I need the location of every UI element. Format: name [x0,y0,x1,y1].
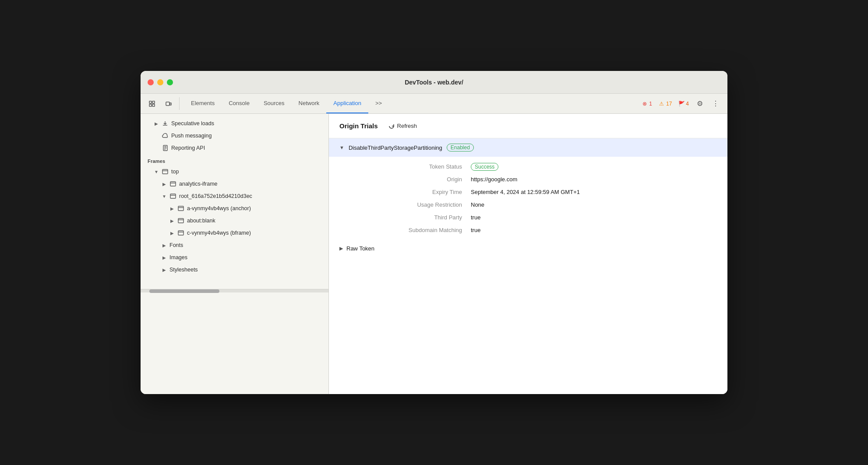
trial-name: DisableThirdPartyStoragePartitioning [349,144,442,151]
origin-row: Origin https://google.com [329,173,727,186]
usage-restriction-label: Usage Restriction [339,201,471,208]
raw-token-expand-icon: ▶ [339,246,343,251]
sidebar-item-blank[interactable]: ▶ about:blank [141,215,328,227]
device-toolbar-button[interactable] [161,94,176,113]
sidebar-item-label: Stylesheets [169,267,198,273]
origin-label: Origin [339,176,471,183]
frame-icon [177,229,184,236]
refresh-icon [388,123,395,129]
expiry-value: September 4, 2024 at 12:59:59 AM GMT+1 [471,189,580,195]
token-status-label: Token Status [339,163,471,170]
more-button[interactable]: ⋮ [709,97,722,110]
tab-more[interactable]: >> [368,94,389,113]
token-success-badge: Success [471,163,498,171]
sidebar-item-label: root_616a752e1b5d4210d3ec [179,193,252,199]
expand-arrow-icon: ▶ [169,230,175,236]
warning-icon: ⚠ [658,100,665,107]
sidebar-scroll-thumb[interactable] [149,289,219,293]
svg-rect-8 [170,182,176,186]
sidebar-item-analytics-iframe[interactable]: ▶ analytics-iframe [141,178,328,190]
close-button[interactable] [148,79,154,85]
svg-rect-3 [152,104,155,106]
third-party-value: true [471,214,480,221]
expand-arrow-icon: ▼ [162,194,167,199]
sidebar-item-top[interactable]: ▼ top [141,166,328,178]
svg-rect-0 [149,101,152,103]
svg-rect-9 [170,194,176,198]
expand-arrow-icon: ▶ [162,267,167,272]
sidebar-item-reporting-api[interactable]: Reporting API [141,142,328,154]
tab-network[interactable]: Network [292,94,327,113]
svg-rect-12 [178,231,183,235]
sidebar-item-anchor-frame[interactable]: ▶ a-vynmy4vb4wys (anchor) [141,202,328,215]
tab-sources[interactable]: Sources [257,94,292,113]
document-icon [162,144,169,151]
expiry-label: Expiry Time [339,189,471,195]
sidebar-item-label: about:blank [187,218,215,224]
raw-token-label: Raw Token [346,245,374,252]
sidebar-item-label: a-vynmy4vb4wys (anchor) [187,205,251,211]
cloud-icon [162,132,169,139]
devtools-window: DevTools - web.dev/ Elements Console [141,71,727,394]
tab-bar: Elements Console Sources Network Applica… [182,94,639,113]
subdomain-row: Subdomain Matching true [329,224,727,236]
inspect-element-button[interactable] [144,94,160,113]
content-header: Origin Trials Refresh [329,114,727,138]
sidebar-item-fonts[interactable]: ▶ Fonts [141,239,328,251]
traffic-lights [148,79,173,85]
sidebar-item-label: c-vynmy4vb4wys (bframe) [187,230,251,236]
sidebar-item-root-frame[interactable]: ▼ root_616a752e1b5d4210d3ec [141,190,328,202]
tab-console[interactable]: Console [222,94,257,113]
sidebar-item-label: top [171,169,179,175]
sidebar-item-label: Images [169,254,187,261]
sidebar-item-label: Push messaging [171,133,212,139]
sidebar-item-bframe[interactable]: ▶ c-vynmy4vb4wys (bframe) [141,227,328,239]
sidebar-item-images[interactable]: ▶ Images [141,251,328,264]
trial-row[interactable]: ▼ DisableThirdPartyStoragePartitioning E… [329,138,727,157]
minimize-button[interactable] [157,79,163,85]
sidebar-item-label: Speculative loads [171,120,214,127]
sidebar-scrollbar[interactable] [141,289,328,292]
svg-rect-11 [178,218,183,223]
frame-icon [177,217,184,224]
third-party-label: Third Party [339,214,471,221]
expand-triangle-icon: ▼ [339,145,344,150]
tab-application[interactable]: Application [326,94,368,113]
svg-rect-1 [152,101,155,103]
origin-value: https://google.com [471,176,517,183]
maximize-button[interactable] [167,79,173,85]
sidebar-item-stylesheets[interactable]: ▶ Stylesheets [141,264,328,276]
sidebar-item-label: Reporting API [171,145,205,151]
toolbar-divider [179,97,180,110]
sidebar: ▶ Speculative loads Push messaging [141,114,329,394]
warning-badge[interactable]: ⚠ 17 [656,99,674,108]
svg-rect-4 [166,102,169,106]
error-badge[interactable]: ⊗ 1 [639,99,654,108]
expand-arrow-icon: ▶ [162,243,167,248]
refresh-button[interactable]: Refresh [385,121,421,131]
sidebar-item-speculative-loads[interactable]: ▶ Speculative loads [141,117,328,130]
expand-arrow-icon: ▶ [162,255,167,260]
usage-restriction-row: Usage Restriction None [329,198,727,211]
frame-icon [169,193,176,200]
frame-icon [162,168,169,175]
sidebar-item-push-messaging[interactable]: Push messaging [141,130,328,142]
settings-button[interactable]: ⚙ [693,97,706,110]
third-party-row: Third Party true [329,211,727,224]
titlebar: DevTools - web.dev/ [141,71,727,94]
svg-rect-2 [149,104,152,106]
trial-status-badge: Enabled [447,144,474,151]
content-title: Origin Trials [339,122,378,130]
raw-token-row[interactable]: ▶ Raw Token [329,240,727,257]
tab-elements[interactable]: Elements [184,94,222,113]
info-badge[interactable]: 🚩 4 [676,99,691,108]
frame-icon [177,205,184,212]
toolbar-right: ⊗ 1 ⚠ 17 🚩 4 ⚙ ⋮ [639,94,724,113]
expand-arrow-icon: ▶ [162,181,167,187]
svg-rect-5 [170,103,171,105]
info-icon: 🚩 [678,100,685,107]
toolbar: Elements Console Sources Network Applica… [141,94,727,114]
window-title: DevTools - web.dev/ [405,79,463,86]
detail-table: Token Status Success Origin https://goog… [329,157,727,240]
usage-restriction-value: None [471,201,484,208]
